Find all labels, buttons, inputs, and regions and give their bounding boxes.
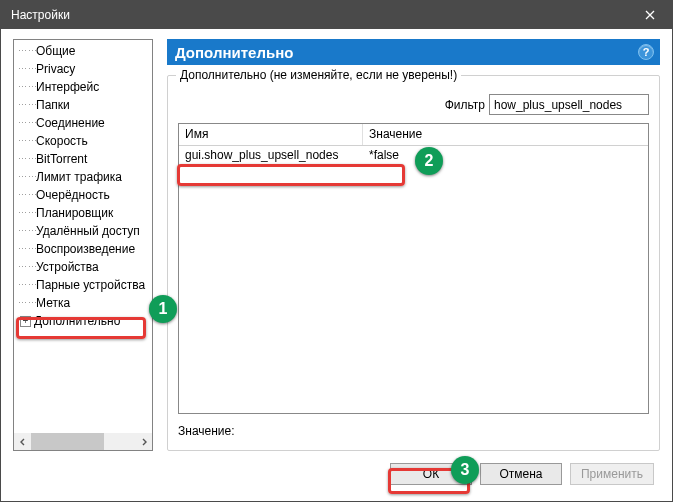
scroll-thumb[interactable] [31,433,104,450]
chevron-left-icon [19,438,27,446]
window-title: Настройки [11,8,70,22]
tree-item-remote[interactable]: ⋯⋯Удалённый доступ [14,222,152,240]
tree-item-bittorrent[interactable]: ⋯⋯BitTorrent [14,150,152,168]
cell-value: *false [363,148,648,162]
scroll-track[interactable] [31,433,135,450]
tree-item-scheduler[interactable]: ⋯⋯Планировщик [14,204,152,222]
groupbox-title: Дополнительно (не изменяйте, если не уве… [176,68,461,82]
cell-name: gui.show_plus_upsell_nodes [179,148,363,162]
table-row[interactable]: gui.show_plus_upsell_nodes *false [179,146,648,164]
close-icon [645,10,655,20]
column-header-name[interactable]: Имя [179,124,363,145]
tree-item-advanced[interactable]: + Дополнительно [14,312,152,330]
horizontal-scrollbar[interactable] [14,433,152,450]
tree-item-interface[interactable]: ⋯⋯Интерфейс [14,78,152,96]
settings-tree[interactable]: ⋯⋯Общие ⋯⋯Privacy ⋯⋯Интерфейс ⋯⋯Папки ⋯⋯… [13,39,153,451]
scroll-right-button[interactable] [135,433,152,450]
advanced-table[interactable]: Имя Значение gui.show_plus_upsell_nodes … [178,123,649,414]
tree-item-connection[interactable]: ⋯⋯Соединение [14,114,152,132]
cancel-button[interactable]: Отмена [480,463,562,485]
tree-item-speed[interactable]: ⋯⋯Скорость [14,132,152,150]
section-title: Дополнительно [175,44,293,61]
column-header-value[interactable]: Значение [363,124,648,145]
tree-item-privacy[interactable]: ⋯⋯Privacy [14,60,152,78]
value-label: Значение: [178,424,235,438]
filter-label: Фильтр [445,98,485,112]
scroll-left-button[interactable] [14,433,31,450]
tree-item-playback[interactable]: ⋯⋯Воспроизведение [14,240,152,258]
tree-item-devices[interactable]: ⋯⋯Устройства [14,258,152,276]
tree-item-traffic-limit[interactable]: ⋯⋯Лимит трафика [14,168,152,186]
ok-button[interactable]: ОК [390,463,472,485]
apply-button[interactable]: Применить [570,463,654,485]
section-header: Дополнительно ? [167,39,660,65]
close-button[interactable] [628,1,672,29]
filter-input[interactable] [489,94,649,115]
tree-item-queue[interactable]: ⋯⋯Очерёдность [14,186,152,204]
tree-item-folders[interactable]: ⋯⋯Папки [14,96,152,114]
advanced-groupbox: Дополнительно (не изменяйте, если не уве… [167,75,660,451]
expand-icon[interactable]: + [20,316,31,327]
tree-item-paired-devices[interactable]: ⋯⋯Парные устройства [14,276,152,294]
help-icon[interactable]: ? [638,44,654,60]
tree-item-label[interactable]: ⋯⋯Метка [14,294,152,312]
chevron-right-icon [140,438,148,446]
titlebar: Настройки [1,1,672,29]
tree-item-general[interactable]: ⋯⋯Общие [14,42,152,60]
